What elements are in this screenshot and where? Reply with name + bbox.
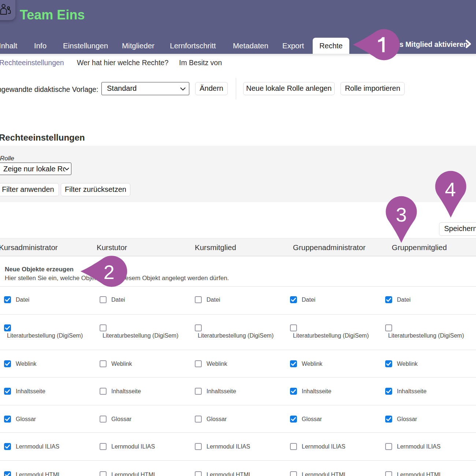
svg-text:4: 4 — [445, 179, 456, 201]
svg-text:2: 2 — [104, 261, 115, 283]
svg-text:3: 3 — [396, 204, 407, 226]
